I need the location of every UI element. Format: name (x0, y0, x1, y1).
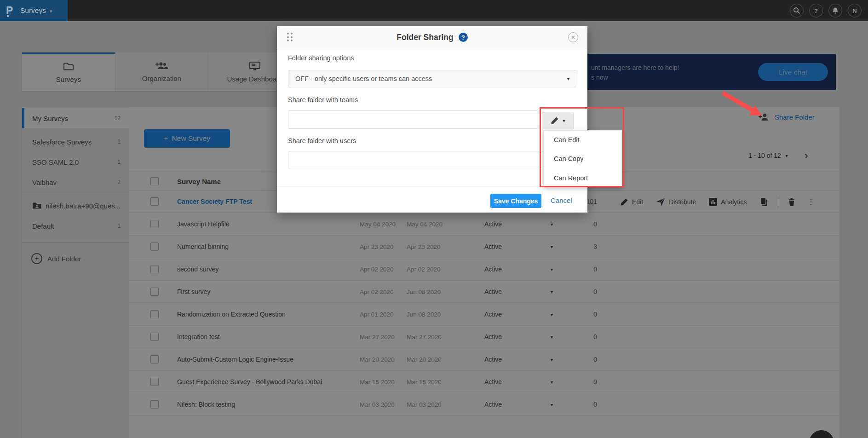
search-icon (793, 7, 800, 14)
questionpro-logo-icon: P (6, 4, 17, 17)
question-icon: ? (814, 7, 818, 14)
close-icon[interactable]: × (568, 32, 578, 42)
search-button[interactable] (790, 4, 804, 17)
share-teams-label: Share folder with teams (288, 96, 358, 104)
folder-sharing-modal: Folder Sharing ? × Folder sharing option… (277, 26, 587, 213)
chevron-down-icon: ▾ (50, 8, 52, 14)
share-users-input[interactable] (288, 151, 576, 169)
modal-help-icon[interactable]: ? (459, 33, 468, 42)
modal-title: Folder Sharing (397, 33, 453, 42)
cancel-button[interactable]: Cancel (551, 196, 572, 204)
sharing-options-label: Folder sharing options (288, 54, 354, 62)
caret-down-icon: ▾ (563, 118, 565, 123)
topbar: P Surveys ▾ ? N (0, 0, 868, 21)
save-changes-button[interactable]: Save Changes (490, 194, 541, 208)
menu-item-can-copy[interactable]: Can Copy (544, 150, 621, 168)
menu-item-can-report[interactable]: Can Report (544, 169, 621, 188)
permission-menu: Can Edit Can Copy Can Report (544, 130, 622, 187)
avatar-initial: N (852, 7, 857, 14)
modal-footer-divider (277, 186, 587, 187)
share-users-label: Share folder with users (288, 137, 356, 144)
bell-icon (832, 7, 839, 14)
share-teams-input[interactable] (288, 110, 538, 129)
product-menu[interactable]: P Surveys ▾ (0, 0, 68, 21)
screen: P Surveys ▾ ? N Surveys Organization Usa… (0, 0, 868, 438)
menu-item-can-edit[interactable]: Can Edit (544, 131, 621, 150)
help-button[interactable]: ? (809, 4, 823, 17)
select-caret-icon: ▾ (567, 71, 569, 87)
notifications-button[interactable] (828, 4, 842, 17)
account-avatar[interactable]: N (848, 4, 862, 17)
product-menu-label: Surveys (20, 6, 46, 15)
topbar-icons: ? N (790, 4, 862, 17)
sharing-options-select[interactable]: OFF - only specific users or teams can a… (288, 70, 576, 87)
permission-dropdown-button[interactable]: ▾ (542, 112, 574, 129)
modal-header[interactable]: Folder Sharing ? × (277, 26, 587, 48)
pencil-icon (551, 116, 559, 125)
